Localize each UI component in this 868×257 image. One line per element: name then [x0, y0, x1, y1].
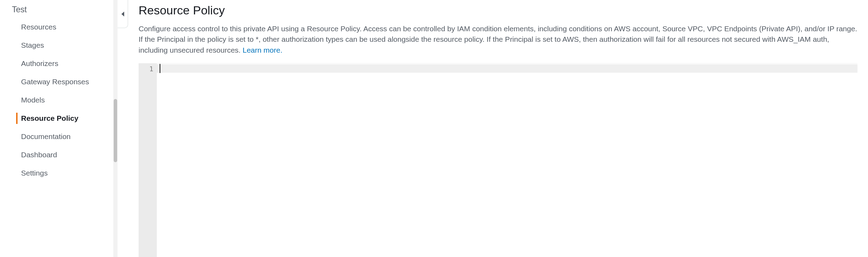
sidebar-item-models[interactable]: Models — [0, 91, 118, 109]
learn-more-link[interactable]: Learn more. — [243, 46, 282, 54]
sidebar-heading: Test — [0, 0, 118, 18]
sidebar-item-dashboard[interactable]: Dashboard — [0, 146, 118, 164]
sidebar-item-label: Settings — [21, 169, 48, 177]
page-title: Resource Policy — [139, 4, 857, 17]
sidebar-item-authorizers[interactable]: Authorizers — [0, 54, 118, 73]
sidebar-item-label: Models — [21, 96, 45, 104]
sidebar-scrollbar-rail[interactable] — [113, 0, 118, 257]
editor-body[interactable] — [157, 64, 857, 257]
sidebar-item-label: Resources — [21, 23, 56, 31]
sidebar-item-documentation[interactable]: Documentation — [0, 127, 118, 146]
sidebar-item-label: Dashboard — [21, 151, 57, 159]
sidebar-item-gateway-responses[interactable]: Gateway Responses — [0, 73, 118, 91]
sidebar-item-stages[interactable]: Stages — [0, 36, 118, 54]
editor-gutter: 1 — [139, 64, 157, 257]
sidebar-item-label: Documentation — [21, 132, 71, 140]
page-description: Configure access control to this private… — [139, 24, 857, 55]
editor-line-number: 1 — [139, 64, 157, 73]
sidebar-scrollbar-thumb[interactable] — [114, 99, 117, 162]
sidebar-list: Resources Stages Authorizers Gateway Res… — [0, 18, 118, 182]
sidebar-item-resource-policy[interactable]: Resource Policy — [0, 109, 118, 127]
editor-cursor — [160, 64, 160, 73]
sidebar: Test Resources Stages Authorizers Gatewa… — [0, 0, 118, 257]
editor-active-line — [157, 64, 857, 73]
policy-editor[interactable]: 1 — [139, 63, 857, 257]
sidebar-item-resources[interactable]: Resources — [0, 18, 118, 36]
sidebar-collapse-button[interactable] — [118, 0, 128, 28]
sidebar-item-settings[interactable]: Settings — [0, 164, 118, 182]
main-content: Resource Policy Configure access control… — [118, 0, 868, 257]
sidebar-item-label: Gateway Responses — [21, 78, 89, 86]
sidebar-item-label: Authorizers — [21, 59, 58, 67]
sidebar-item-label: Stages — [21, 41, 44, 49]
sidebar-item-label: Resource Policy — [21, 114, 78, 122]
